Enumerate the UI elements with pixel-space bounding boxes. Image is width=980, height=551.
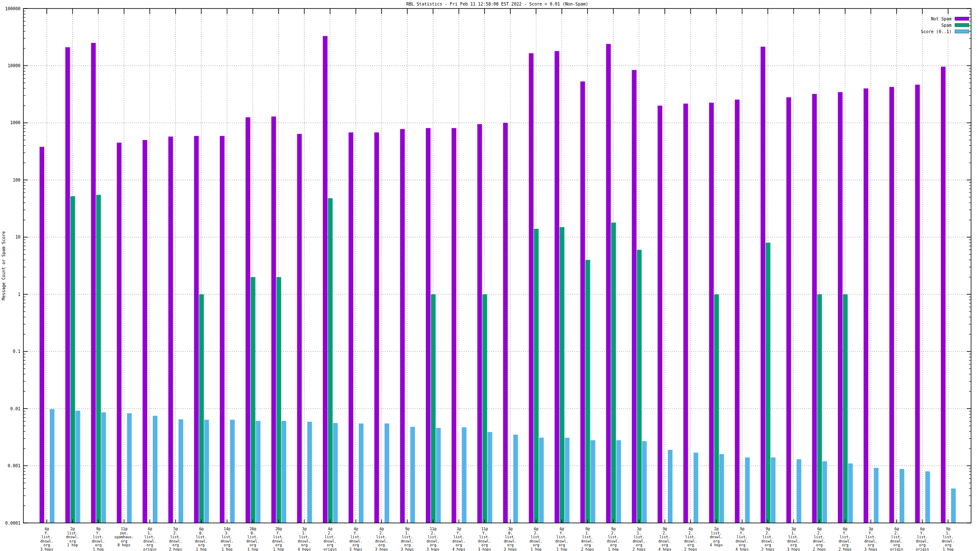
x-category-label: 9@ xyxy=(611,527,615,531)
x-category-label: 2. xyxy=(174,531,178,535)
y-tick-label: 100000 xyxy=(5,6,20,11)
bar-spam-20 xyxy=(534,229,538,523)
x-category-label: 2. xyxy=(534,531,538,535)
x-category-label: 4@ xyxy=(148,527,152,531)
x-category-label: Y. xyxy=(276,531,281,535)
bar-score-0-1--16 xyxy=(436,428,441,523)
x-category-label: 2 hops xyxy=(169,547,182,551)
x-category-label: 6@ xyxy=(920,527,924,531)
bar-not-spam-14 xyxy=(374,132,379,523)
x-category-label: 3@ xyxy=(792,527,796,531)
x-category-label: Y. xyxy=(560,531,564,535)
x-category-label: dnswl. xyxy=(66,535,79,539)
bar-not-spam-5 xyxy=(142,140,147,523)
x-category-label: 2. xyxy=(431,531,435,535)
x-category-label: 9@ xyxy=(946,527,950,531)
x-category-label: Y. xyxy=(45,531,49,535)
x-category-label: 4 hops xyxy=(452,547,465,551)
x-category-label: Y. xyxy=(353,531,358,535)
x-category-label: 2 hops xyxy=(813,547,826,551)
bar-score-0-1--4 xyxy=(127,413,132,523)
bar-spam-27 xyxy=(714,294,719,523)
bar-not-spam-4 xyxy=(117,143,122,523)
bar-not-spam-30 xyxy=(786,97,791,523)
x-category-label: 2 hops xyxy=(838,547,852,551)
x-category-label: org xyxy=(713,539,719,543)
x-category-label: 1. xyxy=(585,531,590,535)
x-category-label: org xyxy=(250,543,256,547)
bar-not-spam-27 xyxy=(709,103,714,523)
x-category-label: dnswl. xyxy=(838,539,852,543)
x-tick-labels: 6@Y.list.dnswl.org3 hops2@list.dnswl.org… xyxy=(40,527,955,551)
plot-border xyxy=(23,9,971,523)
x-category-label: 6@ xyxy=(560,527,564,531)
x-category-label: 2. xyxy=(688,531,692,535)
bar-score-0-1--3 xyxy=(101,412,106,523)
bar-not-spam-3 xyxy=(91,43,96,523)
x-category-label: 1. xyxy=(637,531,641,535)
x-category-label: 2 hops xyxy=(632,547,646,551)
x-category-label: list. xyxy=(943,535,954,539)
bar-spam-31 xyxy=(817,294,822,523)
x-category-label: 0. xyxy=(508,531,513,535)
bar-score-0-1--28 xyxy=(745,457,750,523)
x-category-label: 0. xyxy=(199,531,203,535)
bar-score-0-1--27 xyxy=(719,454,724,523)
bar-score-0-1--13 xyxy=(359,423,364,523)
bar-spam-2 xyxy=(71,196,75,523)
x-category-label: list. xyxy=(711,531,722,535)
x-category-label: list. xyxy=(350,535,362,539)
y-tick-label: 1 xyxy=(18,292,20,297)
x-category-label: 1. xyxy=(792,531,796,535)
x-category-label: dnswl. xyxy=(478,539,491,543)
bar-not-spam-15 xyxy=(400,129,405,523)
x-category-label: list. xyxy=(479,535,490,539)
x-category-label: 1 hop xyxy=(943,547,954,551)
x-category-label: 3 hops xyxy=(787,547,800,551)
x-category-label: org xyxy=(584,543,591,547)
x-category-label: org xyxy=(43,543,50,547)
x-category-label: 2. xyxy=(379,531,384,535)
x-category-label: zen. xyxy=(120,531,128,535)
x-category-label: 1. xyxy=(946,531,950,535)
x-category-label: dnswl. xyxy=(813,539,826,543)
x-category-label: origin xyxy=(143,547,157,551)
x-category-label: 11@ xyxy=(481,527,488,531)
x-category-label: dnswl. xyxy=(169,539,182,543)
bar-not-spam-12 xyxy=(323,36,328,523)
bar-score-0-1--12 xyxy=(333,423,338,523)
x-category-label: 11@ xyxy=(121,527,127,531)
legend-label: Score (0..1) xyxy=(921,29,952,34)
x-category-label: 1 hop xyxy=(67,543,78,547)
legend: Not SpamSpamScore (0..1) xyxy=(921,17,969,34)
bar-not-spam-6 xyxy=(168,136,173,523)
bar-score-0-1--11 xyxy=(307,422,312,523)
bar-score-0-1--36 xyxy=(951,489,956,523)
x-category-label: dnswl. xyxy=(349,539,362,543)
y-tick-label: 0.0001 xyxy=(5,521,20,525)
x-category-label: org xyxy=(790,543,797,547)
x-category-label: org xyxy=(121,539,127,543)
x-category-label: origin xyxy=(324,547,337,551)
x-category-label: list. xyxy=(67,531,78,535)
x-category-label: 1 hop xyxy=(273,547,284,551)
x-category-label: org xyxy=(224,543,230,547)
bar-score-0-1--8 xyxy=(230,420,235,523)
x-category-label: list. xyxy=(222,535,233,539)
bar-score-0-1--2 xyxy=(76,411,80,523)
bar-not-spam-18 xyxy=(477,124,482,523)
x-category-label: 9@ xyxy=(405,527,409,531)
x-category-label: 3@ xyxy=(302,527,306,531)
x-category-label: org xyxy=(481,543,488,547)
x-category-label: 4 hops xyxy=(735,547,749,551)
x-category-label: 9@ xyxy=(663,527,667,531)
bar-not-spam-7 xyxy=(194,136,199,523)
x-category-label: dnswl. xyxy=(761,539,775,543)
x-category-label: dnswl. xyxy=(504,539,517,543)
x-category-label: dnswl. xyxy=(427,539,440,543)
bar-not-spam-21 xyxy=(555,51,559,523)
y-tick-label: 10 xyxy=(15,235,20,239)
bar-spam-12 xyxy=(328,198,333,523)
x-category-label: 2. xyxy=(328,531,332,535)
bar-score-0-1--31 xyxy=(822,461,827,523)
